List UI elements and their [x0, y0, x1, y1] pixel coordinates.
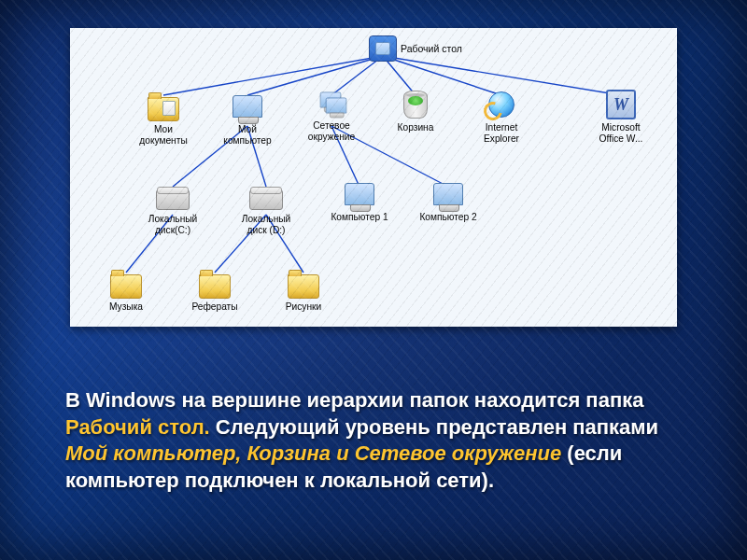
node-label: Internet Explorer: [484, 122, 519, 144]
node-label: Рисунки: [286, 301, 321, 313]
monitor-icon: [431, 179, 465, 209]
node-label: Компьютер 1: [331, 212, 388, 223]
desktop-icon: [369, 35, 397, 62]
node-label: Компьютер 2: [419, 212, 476, 223]
slide: Рабочий стол Мои документы Мой компьютер…: [0, 0, 747, 560]
network-icon: [315, 88, 348, 118]
caption-text: Следующий уровень представлен папками: [210, 415, 658, 439]
node-label: Мои документы: [139, 124, 187, 146]
hierarchy-diagram: Рабочий стол Мои документы Мой компьютер…: [70, 28, 677, 327]
node-my-computer: Мой компьютер: [207, 91, 288, 146]
node-risunki: Рисунки: [263, 269, 344, 313]
caption-text: В Windows на вершине иерархии папок нахо…: [65, 388, 643, 412]
node-label: Рефераты: [191, 301, 237, 313]
folder-docs-icon: [147, 91, 180, 121]
word-icon: W: [604, 90, 638, 119]
caption-highlight-folders: Мой компьютер, Корзина и Сетевое окружен…: [65, 441, 561, 465]
folder-icon: [198, 269, 232, 299]
node-label: Рабочий стол: [401, 43, 462, 54]
node-my-documents: Мои документы: [123, 91, 204, 146]
node-label: Корзина: [398, 122, 434, 133]
node-label: Музыка: [109, 301, 143, 313]
node-recycle-bin: Корзина: [375, 90, 456, 133]
slide-caption: В Windows на вершине иерархии папок нахо…: [65, 387, 691, 494]
node-label: Microsoft Office W...: [599, 122, 643, 144]
ie-icon: [485, 90, 518, 119]
node-computer-1: Компьютер 1: [319, 179, 400, 223]
node-label: Локальный диск(С:): [148, 214, 198, 235]
drive-icon: [249, 181, 283, 211]
node-network-places: Сетевое окружение: [291, 88, 372, 142]
node-music: Музыка: [86, 269, 166, 313]
node-label: Мой компьютер: [223, 124, 271, 146]
folder-icon: [287, 269, 320, 299]
diagram-inner: Рабочий стол Мои документы Мой компьютер…: [70, 28, 677, 327]
caption-highlight-desktop: Рабочий стол.: [65, 415, 210, 439]
node-disk-d: Локальный диск (D:): [226, 181, 306, 235]
node-disk-c: Локальный диск(С:): [133, 181, 213, 235]
node-label: Локальный диск (D:): [242, 214, 291, 235]
node-desktop-root: Рабочий стол: [369, 35, 462, 62]
folder-icon: [109, 269, 143, 299]
monitor-icon: [343, 179, 376, 209]
monitor-icon: [231, 91, 264, 121]
node-ms-word: W Microsoft Office W...: [581, 90, 661, 144]
node-internet-explorer: Internet Explorer: [461, 90, 542, 144]
node-referaty: Рефераты: [175, 269, 255, 313]
node-computer-2: Компьютер 2: [408, 179, 488, 223]
drive-icon: [156, 181, 190, 211]
recycle-bin-icon: [399, 90, 432, 119]
node-label: Сетевое окружение: [308, 120, 355, 142]
